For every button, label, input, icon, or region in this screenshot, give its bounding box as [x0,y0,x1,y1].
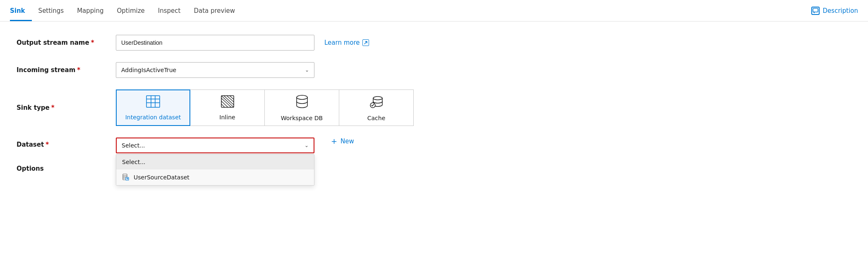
output-stream-label: Output stream name* [17,39,116,46]
sink-type-cache-label: Cache [367,115,386,121]
chevron-down-icon: ⌄ [305,143,309,148]
tab-inspect[interactable]: Inspect [151,0,187,21]
dataset-file-icon [122,174,129,181]
dropdown-item-user-source-dataset[interactable]: UserSourceDataset [116,169,314,185]
dropdown-item-select[interactable]: Select... [116,155,314,169]
sink-type-workspace-db[interactable]: Workspace DB [265,89,339,126]
svg-line-10 [221,101,228,107]
external-link-icon [362,39,369,46]
svg-point-15 [373,97,382,100]
tab-data-preview[interactable]: Data preview [187,0,242,21]
integration-dataset-icon [146,95,160,110]
sink-type-integration-dataset[interactable]: Integration dataset [116,89,190,126]
options-label: Options [17,165,116,172]
incoming-stream-value: AddingIsActiveTrue [121,67,176,73]
sink-type-inline-label: Inline [219,114,235,121]
sink-type-row: Sink type* Integration dataset [17,89,851,126]
sink-type-workspace-db-label: Workspace DB [281,115,323,121]
inline-icon [221,95,234,110]
dataset-select-wrapper: Select... ⌄ Select... [116,138,314,153]
svg-line-9 [224,96,234,105]
output-stream-input[interactable] [116,35,314,51]
cache-icon [369,94,384,111]
sink-type-inline[interactable]: Inline [190,89,265,126]
svg-rect-0 [813,8,818,12]
sink-type-integration-label: Integration dataset [125,114,181,121]
new-label: New [340,138,354,145]
description-label: Description [823,7,858,15]
description-button[interactable]: Description [811,7,858,15]
tab-bar: Sink Settings Mapping Optimize Inspect D… [0,0,868,22]
dataset-select[interactable]: Select... ⌄ [116,138,314,153]
svg-line-12 [221,104,225,107]
learn-more-link[interactable]: Learn more [324,39,369,46]
dataset-row: Dataset* Select... ⌄ Select... [17,138,851,153]
tab-optimize[interactable]: Optimize [110,0,151,21]
tab-settings[interactable]: Settings [32,0,71,21]
sink-type-cache[interactable]: Cache [339,89,414,126]
plus-icon: + [331,138,337,145]
dropdown-item-user-source-dataset-label: UserSourceDataset [134,174,189,181]
incoming-stream-select-wrapper: AddingIsActiveTrue ⌄ [116,62,314,78]
dataset-dropdown-menu: Select... [116,154,314,186]
dataset-value: Select... [122,142,145,149]
sink-type-group: Integration dataset [116,89,414,126]
sink-type-label: Sink type* [17,104,116,111]
workspace-db-icon [296,94,308,111]
tab-sink[interactable]: Sink [10,0,32,21]
tab-mapping[interactable]: Mapping [70,0,110,21]
chevron-down-icon: ⌄ [305,67,309,73]
incoming-stream-select[interactable]: AddingIsActiveTrue ⌄ [116,62,314,78]
output-stream-row: Output stream name* Learn more [17,35,851,51]
new-button[interactable]: + New [331,138,354,145]
svg-point-14 [297,95,307,99]
dropdown-item-select-label: Select... [122,159,146,165]
incoming-stream-row: Incoming stream* AddingIsActiveTrue ⌄ [17,62,851,78]
incoming-stream-label: Incoming stream* [17,66,116,74]
chat-icon [811,7,820,15]
dataset-label: Dataset* [17,138,116,148]
main-content: Output stream name* Learn more Incoming … [0,22,868,197]
svg-rect-1 [146,96,160,107]
